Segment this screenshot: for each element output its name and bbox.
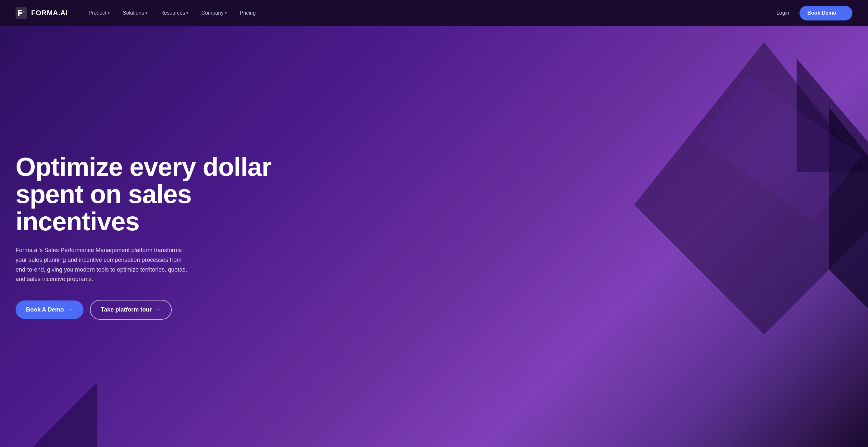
logo-icon	[16, 7, 27, 19]
arrow-icon: →	[67, 306, 73, 313]
hero-subtext: Forma.ai's Sales Performance Management …	[16, 246, 191, 284]
hero-shape-right	[602, 42, 868, 335]
arrow-icon: →	[155, 306, 161, 313]
nav-item-pricing[interactable]: Pricing	[235, 7, 261, 19]
hero-buttons: Book A Demo → Take platform tour →	[16, 300, 275, 320]
hero-headline: Optimize every dollar spent on sales inc…	[16, 153, 275, 235]
logo[interactable]: FORMA.AI	[16, 7, 68, 19]
svg-marker-2	[797, 58, 868, 172]
svg-marker-4	[699, 75, 862, 221]
nav-links: Product ▾ Solutions ▾ Resources ▾ Compan…	[84, 7, 771, 19]
nav-pricing-label: Pricing	[240, 10, 256, 16]
svg-marker-3	[829, 107, 868, 335]
hero-section: Optimize every dollar spent on sales inc…	[0, 26, 868, 447]
nav-item-product[interactable]: Product ▾	[84, 7, 115, 19]
navbar: FORMA.AI Product ▾ Solutions ▾ Resources…	[0, 0, 868, 26]
nav-item-company[interactable]: Company ▾	[196, 7, 232, 19]
nav-solutions-label: Solutions	[123, 10, 144, 16]
platform-tour-label: Take platform tour	[101, 306, 152, 313]
nav-item-solutions[interactable]: Solutions ▾	[118, 7, 153, 19]
svg-marker-1	[634, 42, 868, 335]
login-button[interactable]: Login	[771, 7, 794, 19]
hero-shape-left	[0, 317, 97, 447]
chevron-down-icon: ▾	[108, 11, 110, 15]
book-demo-nav-button[interactable]: Book Demo →	[800, 6, 852, 21]
nav-resources-label: Resources	[160, 10, 185, 16]
book-demo-hero-label: Book A Demo	[26, 306, 64, 313]
nav-company-label: Company	[201, 10, 223, 16]
nav-item-resources[interactable]: Resources ▾	[155, 7, 193, 19]
platform-tour-button[interactable]: Take platform tour →	[90, 300, 172, 320]
nav-product-label: Product	[89, 10, 106, 16]
book-demo-nav-label: Book Demo	[807, 10, 836, 16]
hero-content: Optimize every dollar spent on sales inc…	[16, 153, 275, 320]
book-demo-hero-button[interactable]: Book A Demo →	[16, 300, 84, 319]
logo-text: FORMA.AI	[31, 9, 68, 17]
chevron-down-icon: ▾	[225, 11, 227, 15]
arrow-icon: →	[839, 10, 845, 17]
svg-marker-5	[0, 382, 97, 447]
chevron-down-icon: ▾	[186, 11, 188, 15]
nav-right: Login Book Demo →	[771, 6, 852, 21]
chevron-down-icon: ▾	[146, 11, 147, 15]
